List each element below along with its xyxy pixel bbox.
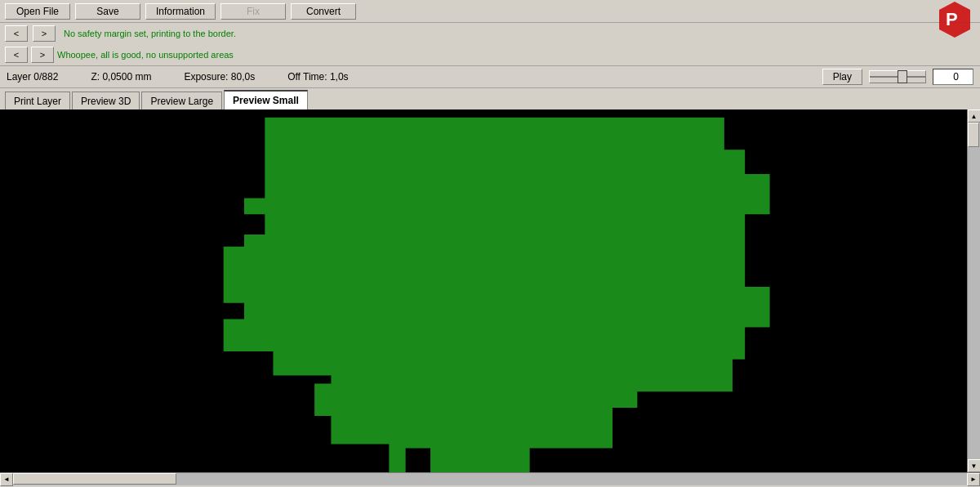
scroll-right-button[interactable]: ► [967,473,980,486]
layer-view [0,109,980,472]
tab-preview-3d[interactable]: Preview 3D [72,92,140,109]
scroll-up-button[interactable]: ▲ [968,109,981,123]
h-scroll-track[interactable] [13,473,967,485]
svg-text:P: P [946,9,958,29]
nav-row-2: < > Whoopee, all is good, no unsupported… [0,44,980,65]
scroll-down-button[interactable]: ▼ [968,459,981,472]
tab-print-layer[interactable]: Print Layer [5,92,70,109]
nav-prev-button-1[interactable]: < [5,25,28,42]
save-button[interactable]: Save [75,3,140,20]
scroll-left-button[interactable]: ◄ [0,473,13,486]
fix-button[interactable]: Fix [220,3,286,20]
play-area: Play [822,69,973,85]
information-button[interactable]: Information [145,3,216,20]
tab-preview-small[interactable]: Preview Small [224,90,308,109]
layer-label: Layer 0/882 [7,71,58,83]
app-logo: P [934,0,975,40]
convert-button[interactable]: Convert [291,3,356,20]
play-button[interactable]: Play [822,69,862,85]
nav-prev-button-2[interactable]: < [5,47,28,63]
nav-next-button-2[interactable]: > [31,47,54,63]
exposure-label: Exposure: 80,0s [184,71,255,83]
h-scroll-thumb[interactable] [13,473,176,485]
toolbar: Open File Save Information Fix Convert P [0,0,980,23]
v-scroll-thumb[interactable] [968,123,979,147]
vertical-scrollbar[interactable]: ▲ ▼ [967,109,980,472]
layer-bar: Layer 0/882 Z: 0,0500 mm Exposure: 80,0s… [0,65,980,88]
status-message-2: Whoopee, all is good, no unsupported are… [57,50,234,60]
layer-number-input[interactable] [933,69,973,85]
nav-row-1: < > No safety margin set, printing to th… [0,23,980,44]
open-file-button[interactable]: Open File [5,3,70,20]
off-time-label: Off Time: 1,0s [287,71,348,83]
slider-thumb[interactable] [898,70,907,83]
nav-next-button-1[interactable]: > [33,25,56,42]
v-scroll-track[interactable] [968,123,980,459]
tab-preview-large[interactable]: Preview Large [141,92,222,109]
canvas-area: ▲ ▼ [0,109,980,472]
status-message-1: No safety margin set, printing to the bo… [64,29,236,38]
z-label: Z: 0,0500 mm [91,71,151,83]
horizontal-scrollbar[interactable]: ◄ ► [0,472,980,485]
tabs-row: Print Layer Preview 3D Preview Large Pre… [0,88,980,109]
layer-slider[interactable] [869,70,926,83]
